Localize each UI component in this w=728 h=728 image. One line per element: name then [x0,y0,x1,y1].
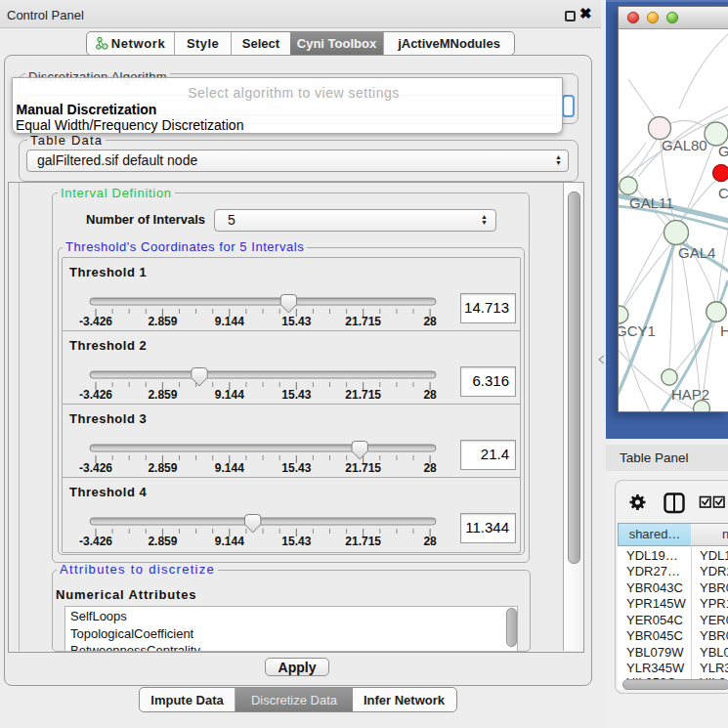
svg-text:GA: GA [718,143,728,159]
svg-text:HI: HI [720,322,728,339]
svg-text:GAL80: GAL80 [662,137,707,153]
svg-text:GAL4: GAL4 [678,244,715,261]
svg-text:CY: CY [718,185,728,201]
svg-text:HAP2: HAP2 [671,386,709,403]
svg-text:GAL11: GAL11 [629,194,674,211]
svg-text:GCY1: GCY1 [619,322,656,339]
